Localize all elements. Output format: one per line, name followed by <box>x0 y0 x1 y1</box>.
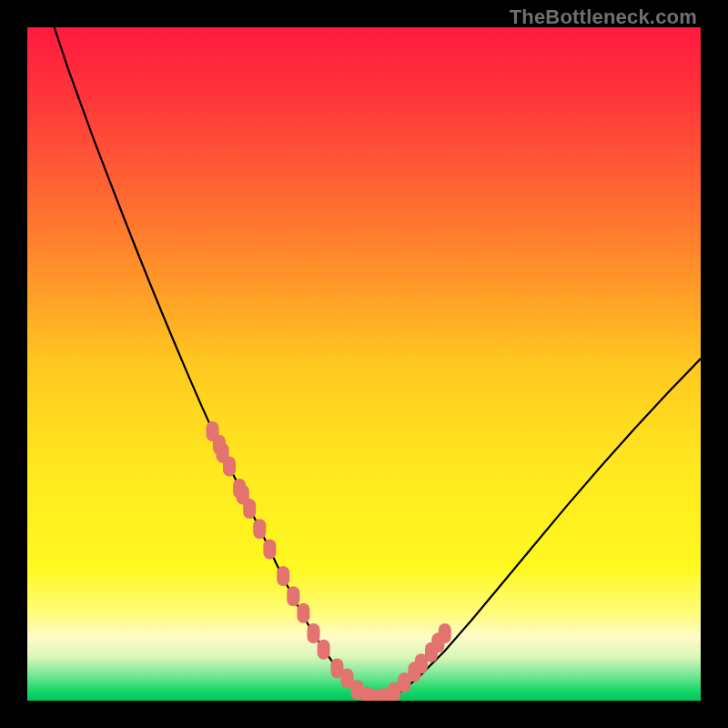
gradient-background <box>27 27 701 701</box>
chart-svg <box>27 27 701 701</box>
marker-point <box>277 566 289 586</box>
marker-point <box>297 603 309 623</box>
marker-point <box>439 623 451 643</box>
marker-point <box>308 623 320 643</box>
marker-point <box>287 586 299 606</box>
marker-point <box>223 456 236 476</box>
chart-frame: TheBottleneck.com <box>0 0 728 728</box>
marker-point <box>253 519 266 539</box>
watermark-text: TheBottleneck.com <box>510 5 697 29</box>
plot-area <box>27 27 701 701</box>
marker-point <box>263 540 276 560</box>
marker-point <box>243 499 256 519</box>
marker-point <box>318 640 330 660</box>
